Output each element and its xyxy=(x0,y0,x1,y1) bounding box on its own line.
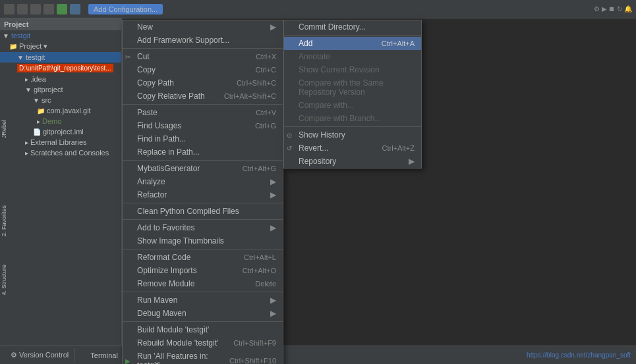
tree-item-com-javaxl[interactable]: 📁 com.javaxl.git xyxy=(0,105,121,116)
tab-icon: ⚙ xyxy=(11,351,19,359)
separator xyxy=(123,160,283,161)
tree-file-icon: 📄 xyxy=(33,128,41,136)
shortcut-label: Ctrl+G xyxy=(255,122,276,130)
favorites-tab[interactable]: 2. Favorites xyxy=(0,203,9,239)
path-label: D:\unitPath\git_repository\test... xyxy=(17,64,113,72)
tree-expand-icon: ▼ xyxy=(25,86,32,93)
menu-item-copy[interactable]: Copy Ctrl+C xyxy=(123,63,283,76)
menu-item-mybatis[interactable]: MybatisGenerator Ctrl+Alt+G xyxy=(123,162,283,175)
context-menu: New ▶ Add Framework Support... ✂ Cut Ctr… xyxy=(122,20,283,364)
menu-item-optimize-imports[interactable]: Optimize Imports Ctrl+Alt+O xyxy=(123,264,283,277)
status-bar: ⚙ Version Control Terminal G: T https://… xyxy=(0,346,636,364)
git-menu-item-show-history[interactable]: ⊙ Show History xyxy=(284,128,421,142)
tree-item-demo[interactable]: ▸ Demo xyxy=(0,116,121,126)
tree-item-scratches[interactable]: ▸ Scratches and Consoles xyxy=(0,147,121,158)
add-configuration-btn[interactable]: Add Configuration... xyxy=(88,4,163,14)
menu-item-copy-path[interactable]: Copy Path Ctrl+Shift+C xyxy=(123,76,283,90)
menu-item-add-favorites[interactable]: Add to Favorites ▶ xyxy=(123,221,283,234)
menu-item-label: Copy Relative Path xyxy=(137,91,216,101)
menu-item-run-maven[interactable]: Run Maven ▶ xyxy=(123,294,283,307)
menu-item-add-framework[interactable]: Add Framework Support... xyxy=(123,34,283,47)
menu-item-label: Run 'All Features in: testgit' xyxy=(137,351,221,364)
git-menu-item-compare-repo[interactable]: Compare with the Same Repository Version xyxy=(284,76,421,99)
structure-tab[interactable]: 4. Structure xyxy=(0,262,9,298)
menu-item-find-in-path[interactable]: Find in Path... xyxy=(123,132,283,145)
menu-item-remove-module[interactable]: Remove Module Delete xyxy=(123,277,283,290)
shortcut-label: Ctrl+Alt+L xyxy=(244,253,276,261)
shortcut-label: Ctrl+Alt+G xyxy=(243,165,276,172)
jrebel-tab[interactable]: JRebel xyxy=(0,117,9,141)
git-menu-item-show-current[interactable]: Show Current Revision xyxy=(284,63,421,76)
menu-item-label: Refactor xyxy=(137,190,268,199)
tree-item-gitproject-iml[interactable]: 📄 gitproject.iml xyxy=(0,126,121,137)
menu-item-label: Analyze xyxy=(137,177,268,186)
menu-item-build-module[interactable]: Build Module 'testgit' xyxy=(123,323,283,336)
tree-item-testgit-root[interactable]: ▼ testgit xyxy=(0,30,121,41)
menu-item-label: Compare with Branch... xyxy=(299,114,381,123)
git-menu-item-compare-with[interactable]: Compare with... xyxy=(284,99,421,112)
git-submenu: Commit Directory... Add Ctrl+Alt+A Annot… xyxy=(283,20,422,169)
tree-arrow-icon: ▼ xyxy=(3,32,9,39)
menu-item-copy-relative[interactable]: Copy Relative Path Ctrl+Alt+Shift+C xyxy=(123,90,283,103)
separator xyxy=(284,35,421,36)
tree-expand-icon: ▼ xyxy=(17,54,24,61)
tree-item-label: src xyxy=(42,96,51,104)
menu-item-cut[interactable]: ✂ Cut Ctrl+X xyxy=(123,50,283,63)
submenu-arrow-icon: ▶ xyxy=(270,296,276,305)
separator xyxy=(123,219,283,220)
menu-item-label: Show Image Thumbnails xyxy=(137,236,276,246)
separator xyxy=(123,292,283,292)
menu-item-label: Add Framework Support... xyxy=(137,36,276,45)
tree-expand-icon: ▼ xyxy=(33,97,40,104)
menu-item-analyze[interactable]: Analyze ▶ xyxy=(123,175,283,188)
tree-item-testgit-selected[interactable]: ▼ testgit xyxy=(0,52,121,63)
git-menu-item-commit[interactable]: Commit Directory... xyxy=(284,20,421,34)
menu-item-replace-in-path[interactable]: Replace in Path... xyxy=(123,145,283,159)
toolbar-redo-btn[interactable] xyxy=(43,4,54,14)
toolbar: Add Configuration... ⚙ ▶ ⏹ ↻ 🔔 xyxy=(0,0,636,18)
menu-item-clean-python[interactable]: Clean Python Compiled Files xyxy=(123,205,283,218)
menu-item-label: Copy xyxy=(137,65,248,74)
tree-item-label: gitproject xyxy=(34,86,63,93)
tree-item-label: Scratches and Consoles xyxy=(30,149,109,157)
status-tab-version-control[interactable]: ⚙ Version Control xyxy=(5,348,74,362)
toolbar-debug-btn[interactable] xyxy=(70,4,80,14)
submenu-arrow-icon: ▶ xyxy=(270,223,276,232)
shortcut-label: Ctrl+Shift+F10 xyxy=(229,357,276,364)
menu-item-paste[interactable]: Paste Ctrl+V xyxy=(123,106,283,119)
revert-icon: ↺ xyxy=(287,145,292,152)
status-tab-terminal[interactable]: Terminal xyxy=(85,349,124,362)
tree-item-src[interactable]: ▼ src xyxy=(0,95,121,105)
menu-item-find-usages[interactable]: Find Usages Ctrl+G xyxy=(123,119,283,132)
menu-item-debug-maven[interactable]: Debug Maven ▶ xyxy=(123,307,283,320)
run-icon: ▶ xyxy=(125,357,130,365)
git-menu-item-revert[interactable]: ↺ Revert... Ctrl+Alt+Z xyxy=(284,142,421,155)
toolbar-run-btn[interactable] xyxy=(57,4,67,14)
tree-item-idea[interactable]: ▸ .idea xyxy=(0,74,121,84)
tree-item-path: D:\unitPath\git_repository\test... xyxy=(0,63,121,74)
menu-item-label: Compare with... xyxy=(299,101,354,110)
tree-item-project[interactable]: 📁 Project ▾ xyxy=(0,41,121,52)
git-menu-item-annotate[interactable]: Annotate xyxy=(284,50,421,63)
menu-item-label: Paste xyxy=(137,108,248,117)
menu-item-label: Compare with the Same Repository Version xyxy=(299,78,415,97)
shortcut-label: Ctrl+Alt+Z xyxy=(382,144,415,152)
menu-item-rebuild-module[interactable]: Rebuild Module 'testgit' Ctrl+Shift+F9 xyxy=(123,336,283,350)
menu-item-reformat[interactable]: Reformat Code Ctrl+Alt+L xyxy=(123,251,283,264)
git-menu-item-repository[interactable]: Repository ▶ xyxy=(284,155,421,168)
menu-item-label: Run Maven xyxy=(137,296,268,305)
toolbar-undo-btn[interactable] xyxy=(30,4,41,14)
tree-item-external-libs[interactable]: ▸ External Libraries xyxy=(0,137,121,147)
git-menu-item-compare-branch[interactable]: Compare with Branch... xyxy=(284,112,421,125)
menu-item-refactor[interactable]: Refactor ▶ xyxy=(123,188,283,201)
submenu-arrow-icon: ▶ xyxy=(270,22,276,32)
menu-item-label: Debug Maven xyxy=(137,309,268,318)
toolbar-back-btn[interactable] xyxy=(4,4,14,14)
tree-item-gitproject[interactable]: ▼ gitproject xyxy=(0,84,121,95)
toolbar-forward-btn[interactable] xyxy=(17,4,28,14)
separator xyxy=(123,321,283,322)
menu-item-run-all[interactable]: ▶ Run 'All Features in: testgit' Ctrl+Sh… xyxy=(123,350,283,364)
menu-item-new[interactable]: New ▶ xyxy=(123,20,283,34)
git-menu-item-add[interactable]: Add Ctrl+Alt+A xyxy=(284,37,421,50)
menu-item-show-image[interactable]: Show Image Thumbnails xyxy=(123,234,283,247)
